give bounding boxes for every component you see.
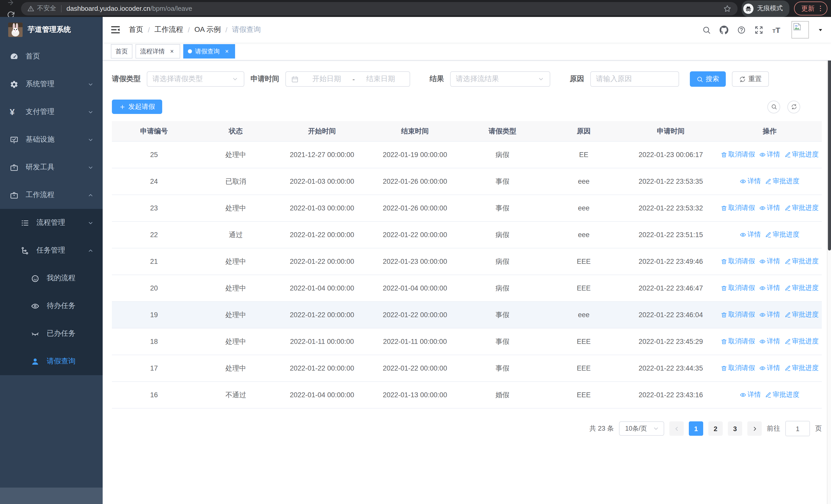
fontsize-icon[interactable]: TT — [772, 25, 781, 34]
approval-progress-link[interactable]: 审批进度 — [765, 390, 799, 399]
cell-leave-type: 病假 — [461, 275, 544, 301]
table-toolbar: 发起请假 — [112, 99, 822, 114]
sidebar-item[interactable]: 我的流程 — [0, 264, 103, 292]
goto-page-input[interactable] — [785, 421, 810, 436]
sidebar-item[interactable]: 任务管理 — [0, 237, 103, 264]
address-bar[interactable]: 不安全 dashboard.yudao.iocoder.cn/bpm/oa/le… — [21, 2, 738, 15]
detail-link[interactable]: 详情 — [740, 390, 761, 399]
goto-label: 前往 — [767, 424, 780, 433]
cell-status: 已取消 — [196, 168, 276, 195]
prev-page-button[interactable] — [669, 421, 684, 436]
cell-actions: 取消请假详情审批进度 — [718, 355, 822, 382]
detail-link[interactable]: 详情 — [759, 204, 780, 213]
page-tab[interactable]: 流程详情 × — [136, 44, 180, 59]
browser-menu-icon[interactable] — [816, 5, 824, 12]
cell-actions: 取消请假详情审批进度 — [718, 328, 822, 355]
approval-progress-link[interactable]: 审批进度 — [784, 284, 819, 293]
reset-button[interactable]: 重置 — [732, 71, 769, 87]
detail-link[interactable]: 详情 — [759, 284, 780, 293]
chevron-down-icon — [652, 425, 660, 432]
breadcrumb-item[interactable]: OA 示例/ — [195, 25, 232, 34]
sidebar-item[interactable]: 已办任务 — [0, 320, 103, 348]
sidebar-footer — [0, 487, 103, 504]
chev-down-icon — [87, 164, 94, 171]
cancel-leave-link[interactable]: 取消请假 — [721, 364, 755, 373]
page-tab[interactable]: 首页 — [111, 44, 133, 59]
page-tab[interactable]: 请假查询 × — [183, 44, 235, 59]
fullscreen-icon[interactable] — [754, 25, 763, 34]
github-icon[interactable] — [720, 25, 728, 34]
sidebar-item[interactable]: 系统管理 — [0, 70, 103, 98]
sidebar-item[interactable]: 流程管理 — [0, 209, 103, 237]
next-page-button[interactable] — [747, 421, 762, 436]
leave-type-select[interactable]: 请选择请假类型 — [147, 71, 244, 87]
page-size-select[interactable]: 10条/页 — [619, 421, 664, 436]
approval-progress-link[interactable]: 审批进度 — [784, 337, 819, 346]
sidebar-item[interactable]: 基础设施 — [0, 126, 103, 153]
app-logo[interactable]: 芋道管理系统 — [0, 17, 103, 42]
cancel-leave-link[interactable]: 取消请假 — [721, 257, 755, 266]
cancel-leave-link[interactable]: 取消请假 — [721, 310, 755, 320]
approval-progress-link[interactable]: 审批进度 — [765, 177, 799, 186]
cell-apply-id: 16 — [112, 382, 196, 408]
browser-update-button[interactable]: 更新 — [794, 2, 827, 16]
breadcrumb-item[interactable]: 请假查询/ — [232, 25, 261, 34]
approval-progress-link[interactable]: 审批进度 — [784, 204, 819, 213]
sidebar-item[interactable]: 首页 — [0, 42, 103, 70]
date-range-picker[interactable]: 开始日期 - 结束日期 — [285, 71, 410, 87]
result-select[interactable]: 请选择流结果 — [450, 71, 550, 87]
bookmark-star-icon[interactable] — [723, 4, 732, 12]
approval-progress-link[interactable]: 审批进度 — [765, 230, 799, 239]
sidebar-item[interactable]: ¥ 支付管理 — [0, 98, 103, 126]
cancel-leave-link[interactable]: 取消请假 — [721, 150, 755, 159]
sidebar-item[interactable]: 请假查询 — [0, 348, 103, 375]
detail-link[interactable]: 详情 — [759, 310, 780, 320]
reason-input[interactable]: 请输入原因 — [590, 71, 679, 87]
cancel-leave-link[interactable]: 取消请假 — [721, 337, 755, 346]
page-unit-label: 页 — [815, 424, 822, 433]
detail-link[interactable]: 详情 — [740, 177, 761, 186]
edit-pencil-icon — [784, 365, 791, 372]
trash-icon — [721, 285, 727, 292]
start-date-input[interactable]: 开始日期 — [303, 75, 350, 84]
detail-link[interactable]: 详情 — [740, 230, 761, 239]
detail-link[interactable]: 详情 — [759, 150, 780, 159]
cancel-leave-link[interactable]: 取消请假 — [721, 284, 755, 293]
cell-status: 处理中 — [196, 275, 276, 301]
close-tab-icon[interactable]: × — [168, 48, 175, 55]
breadcrumb-item[interactable]: 首页/ — [129, 25, 154, 34]
detail-link[interactable]: 详情 — [759, 257, 780, 266]
detail-link[interactable]: 详情 — [759, 364, 780, 373]
approval-progress-link[interactable]: 审批进度 — [784, 150, 819, 159]
page-scrollbar[interactable] — [827, 17, 831, 504]
refresh-table-button[interactable] — [787, 100, 800, 113]
page-numbers: 1 2 3 — [689, 421, 742, 436]
page-number-button[interactable]: 3 — [728, 421, 742, 436]
cancel-leave-link[interactable]: 取消请假 — [721, 204, 755, 213]
help-icon[interactable] — [737, 25, 746, 34]
close-tab-icon[interactable]: × — [223, 48, 230, 55]
page-number-button[interactable]: 1 — [689, 421, 703, 436]
create-leave-button[interactable]: 发起请假 — [112, 99, 162, 114]
sidebar-collapse-icon[interactable] — [110, 25, 121, 35]
search-icon[interactable] — [702, 25, 711, 34]
reason-label: 原因 — [570, 75, 584, 84]
page-number-button[interactable]: 2 — [708, 421, 723, 436]
sidebar-item[interactable]: 研发工具 — [0, 153, 103, 181]
toggle-search-button[interactable] — [767, 100, 780, 113]
approval-progress-link[interactable]: 审批进度 — [784, 310, 819, 320]
detail-link[interactable]: 详情 — [759, 337, 780, 346]
forward-icon[interactable] — [5, 0, 17, 8]
sidebar-item[interactable]: 工作流程 — [0, 181, 103, 209]
dashboard-icon — [10, 52, 19, 61]
end-date-input[interactable]: 结束日期 — [357, 75, 404, 84]
user-avatar[interactable] — [792, 21, 809, 38]
tags-view: 首页 流程详情 × 请假查询 × — [103, 42, 831, 61]
breadcrumb-item[interactable]: 工作流程/ — [154, 25, 195, 34]
cell-apply-id: 20 — [112, 275, 196, 301]
avatar-caret-icon[interactable] — [818, 27, 823, 33]
sidebar-item[interactable]: 待办任务 — [0, 292, 103, 320]
search-button[interactable]: 搜索 — [690, 71, 726, 87]
approval-progress-link[interactable]: 审批进度 — [784, 257, 819, 266]
approval-progress-link[interactable]: 审批进度 — [784, 364, 819, 373]
